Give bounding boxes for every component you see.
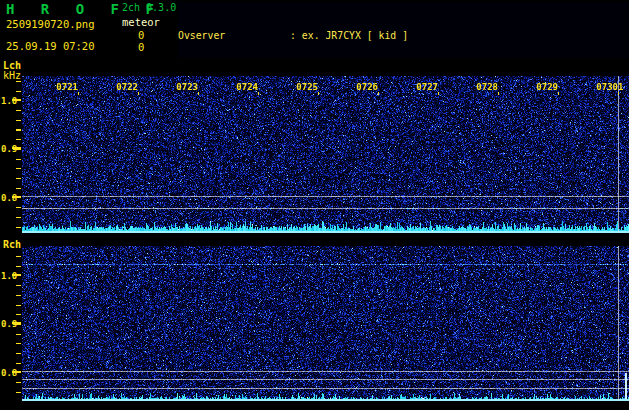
rch-freq-tick-label: 0.8 [1, 368, 17, 378]
lch-minor-tick-rail [16, 81, 21, 228]
time-label: 0724 [234, 82, 258, 92]
lch-freq-tick-label: 0.9 [1, 144, 17, 154]
time-label: 0723 [174, 82, 198, 92]
meteor-mode-label: meteor [122, 16, 160, 28]
lch-freq-tick-label: 0.8 [1, 193, 17, 203]
time-label: 0730 [594, 82, 618, 92]
rch-freq-tick-label: 1.0 [1, 271, 17, 281]
filename-label: 2509190720.png [6, 18, 95, 30]
lch-spectrogram [22, 76, 629, 233]
lch-freq-tick-label: 1.0 [1, 96, 17, 106]
rch-minor-tick-rail [16, 256, 21, 401]
lch-major-tick [12, 147, 21, 149]
rch-spectrogram [22, 246, 629, 401]
time-label: 0721 [54, 82, 78, 92]
time-label: 0729 [534, 82, 558, 92]
observer-info-block: Ovserver : ex. JR7CYX [ kid ] Receiving … [178, 2, 629, 58]
khz-unit-label: kHz [3, 70, 21, 81]
rch-major-tick [12, 274, 21, 276]
rch-major-tick [12, 371, 21, 373]
version-label: 2ch 0.3.0 [122, 2, 176, 13]
rch-freq-tick-label: 0.9 [1, 319, 17, 329]
rch-panel-label: Rch [3, 239, 21, 250]
lch-major-tick [12, 99, 21, 101]
time-label: 0722 [114, 82, 138, 92]
time-tick-rail [78, 92, 620, 95]
time-label: 0726 [354, 82, 378, 92]
time-label: 0727 [414, 82, 438, 92]
time-label: 0725 [294, 82, 318, 92]
time-label: 0728 [474, 82, 498, 92]
lch-major-tick [12, 196, 21, 198]
rch-major-tick [12, 322, 21, 324]
info-line-observer: Ovserver : ex. JR7CYX [ kid ] [178, 29, 629, 43]
meteor-count-lch: 0 [138, 29, 144, 41]
time-label-partial: 1 [618, 82, 628, 92]
hrofft-window: H R O F F T 2ch 0.3.0 2509190720.png met… [0, 0, 629, 410]
meteor-count-rch: 0 [138, 41, 144, 53]
datetime-label: 25.09.19 07:20 [6, 40, 95, 52]
